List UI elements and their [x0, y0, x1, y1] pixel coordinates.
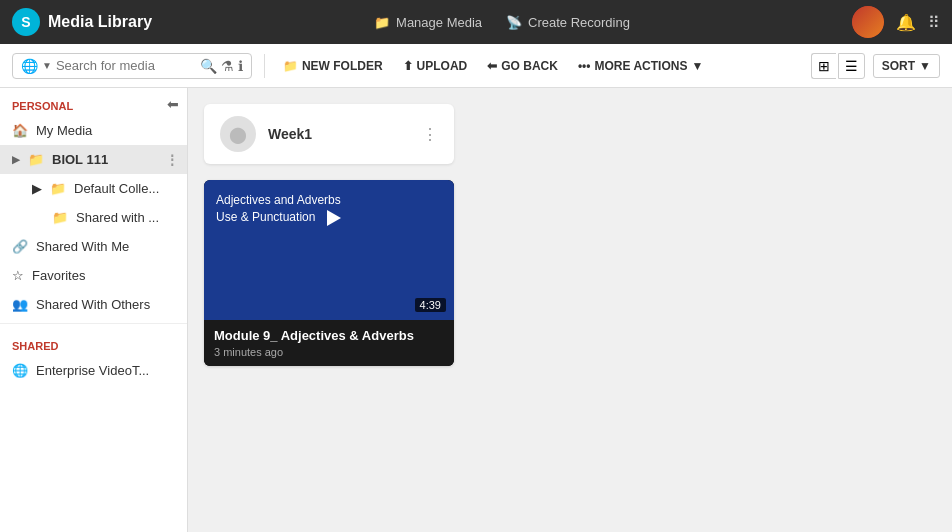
- folder-card-icon: ⬤: [220, 116, 256, 152]
- app-logo[interactable]: S Media Library: [12, 8, 152, 36]
- avatar[interactable]: [852, 6, 884, 38]
- logo-icon: S: [12, 8, 40, 36]
- upload-button[interactable]: ⬆ UPLOAD: [397, 55, 474, 77]
- folder-card[interactable]: ⬤ Week1 ⋮: [204, 104, 454, 164]
- create-recording-button[interactable]: 📡 Create Recording: [506, 15, 630, 30]
- go-back-button[interactable]: ⬅ GO BACK: [481, 55, 564, 77]
- sidebar-item-default-collection[interactable]: ▶ 📁 Default Colle...: [0, 174, 187, 203]
- sidebar-item-menu-icon[interactable]: ⋮: [165, 152, 179, 168]
- search-icon[interactable]: 🔍: [200, 58, 217, 74]
- sidebar-item-favorites[interactable]: ☆ Favorites: [0, 261, 187, 290]
- avatar-image: [852, 6, 884, 38]
- sidebar-item-my-media[interactable]: 🏠 My Media: [0, 116, 187, 145]
- search-area[interactable]: 🌐 ▼ 🔍 ⚗ ℹ: [12, 53, 252, 79]
- sidebar-item-enterprise-video[interactable]: 🌐 Enterprise VideoT...: [0, 356, 187, 385]
- create-recording-label: Create Recording: [528, 15, 630, 30]
- main-layout: ⬅ PERSONAL 🏠 My Media ▶ 📁 BIOL 111 ⋮ ▶ 📁…: [0, 88, 952, 532]
- filter-icon[interactable]: ⚗: [221, 58, 234, 74]
- sidebar-biol111-label: BIOL 111: [52, 152, 108, 167]
- search-input[interactable]: [56, 58, 196, 73]
- toolbar: 🌐 ▼ 🔍 ⚗ ℹ 📁 NEW FOLDER ⬆ UPLOAD ⬅ GO BAC…: [0, 44, 952, 88]
- video-thumbnail: Adjectives and Adverbs Use & Punctuation…: [204, 180, 454, 320]
- video-duration: 4:39: [415, 298, 446, 312]
- sidebar-shared-with-me-label: Shared With Me: [36, 239, 129, 254]
- home-icon: 🏠: [12, 123, 28, 138]
- toolbar-divider: [264, 54, 265, 78]
- sidebar-shared-with-label: Shared with ...: [76, 210, 159, 225]
- sort-button[interactable]: SORT ▼: [873, 54, 940, 78]
- grid-view-button[interactable]: ⊞: [811, 53, 836, 79]
- folder-card-menu-icon[interactable]: ⋮: [422, 125, 438, 144]
- video-info: Module 9_ Adjectives & Adverbs 3 minutes…: [204, 320, 454, 366]
- thumbnail-arrow-icon: [327, 210, 341, 226]
- sidebar-collapse-button[interactable]: ⬅: [167, 96, 179, 112]
- view-toggle: ⊞ ☰: [811, 53, 865, 79]
- expand-arrow-icon: ▶: [32, 181, 42, 196]
- upload-icon: ⬆: [403, 59, 413, 73]
- app-title: Media Library: [48, 13, 152, 31]
- sidebar-item-shared-with-others[interactable]: 👥 Shared With Others: [0, 290, 187, 319]
- notifications-icon[interactable]: 🔔: [896, 13, 916, 32]
- dropdown-arrow-icon[interactable]: ▼: [42, 60, 52, 71]
- shared-section-label: SHARED: [0, 328, 187, 356]
- expand-arrow-icon: ▶: [12, 154, 20, 165]
- manage-media-label: Manage Media: [396, 15, 482, 30]
- list-view-button[interactable]: ☰: [838, 53, 865, 79]
- new-folder-button[interactable]: 📁 NEW FOLDER: [277, 55, 389, 77]
- info-icon[interactable]: ℹ: [238, 58, 243, 74]
- sidebar-default-collection-label: Default Colle...: [74, 181, 159, 196]
- globe-icon: 🌐: [12, 363, 28, 378]
- video-card[interactable]: Adjectives and Adverbs Use & Punctuation…: [204, 180, 454, 366]
- personal-section-label: PERSONAL: [0, 88, 187, 116]
- folder-icon: 📁: [52, 210, 68, 225]
- video-time-ago: 3 minutes ago: [214, 346, 444, 358]
- folder-icon: 📁: [50, 181, 66, 196]
- new-folder-icon: 📁: [283, 59, 298, 73]
- sort-chevron-icon: ▼: [919, 59, 931, 73]
- go-back-icon: ⬅: [487, 59, 497, 73]
- manage-media-icon: 📁: [374, 15, 390, 30]
- share-others-icon: 👥: [12, 297, 28, 312]
- top-nav-center: 📁 Manage Media 📡 Create Recording: [168, 15, 836, 30]
- more-actions-chevron-icon: ▼: [691, 59, 703, 73]
- more-actions-button[interactable]: ••• MORE ACTIONS ▼: [572, 55, 709, 77]
- sidebar-item-shared-with[interactable]: 📁 Shared with ...: [0, 203, 187, 232]
- folder-icon: 📁: [28, 152, 44, 167]
- share-icon: 🔗: [12, 239, 28, 254]
- apps-grid-icon[interactable]: ⠿: [928, 13, 940, 32]
- folder-card-name: Week1: [268, 126, 410, 142]
- manage-media-button[interactable]: 📁 Manage Media: [374, 15, 482, 30]
- video-title: Module 9_ Adjectives & Adverbs: [214, 328, 444, 343]
- globe-icon: 🌐: [21, 58, 38, 74]
- sidebar-divider: [0, 323, 187, 324]
- sidebar-item-shared-with-me[interactable]: 🔗 Shared With Me: [0, 232, 187, 261]
- sidebar-favorites-label: Favorites: [32, 268, 85, 283]
- video-thumbnail-text: Adjectives and Adverbs Use & Punctuation: [216, 192, 356, 226]
- sidebar-item-biol111[interactable]: ▶ 📁 BIOL 111 ⋮: [0, 145, 187, 174]
- more-actions-icon: •••: [578, 59, 591, 73]
- sidebar-shared-with-others-label: Shared With Others: [36, 297, 150, 312]
- content-area: ⬤ Week1 ⋮ Adjectives and Adverbs Use & P…: [188, 88, 952, 532]
- create-recording-icon: 📡: [506, 15, 522, 30]
- top-navigation: S Media Library 📁 Manage Media 📡 Create …: [0, 0, 952, 44]
- sidebar-my-media-label: My Media: [36, 123, 92, 138]
- sidebar-enterprise-label: Enterprise VideoT...: [36, 363, 149, 378]
- star-icon: ☆: [12, 268, 24, 283]
- folder-placeholder-icon: ⬤: [229, 125, 247, 144]
- top-nav-right: 🔔 ⠿: [852, 6, 940, 38]
- sidebar: ⬅ PERSONAL 🏠 My Media ▶ 📁 BIOL 111 ⋮ ▶ 📁…: [0, 88, 188, 532]
